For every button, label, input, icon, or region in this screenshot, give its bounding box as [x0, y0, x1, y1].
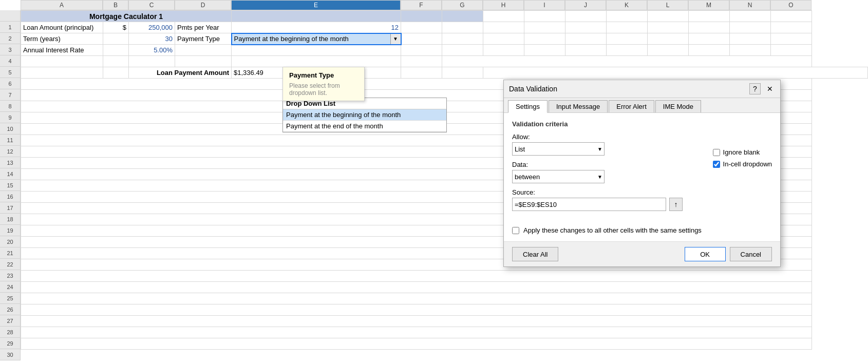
row-num-2: 2: [0, 33, 20, 44]
col-header-k[interactable]: K: [606, 0, 647, 10]
dialog-close-button[interactable]: ✕: [765, 84, 775, 94]
apply-checkbox[interactable]: [512, 227, 519, 234]
row-num-25: 25: [0, 293, 20, 304]
dialog-body: Validation criteria Allow: List ▼: [504, 113, 780, 241]
empty-row-29: [21, 338, 868, 350]
dropdown-item-1[interactable]: Payment at the end of the month: [283, 121, 446, 132]
dropdown-item-0[interactable]: Payment at the beginning of the month: [283, 109, 446, 121]
tooltip-text: Please select from dropdown list.: [289, 82, 358, 97]
row-num-8: 8: [0, 101, 20, 112]
payment-type-value: Payment at the beginning of the month: [234, 35, 349, 43]
row-num-26: 26: [0, 304, 20, 315]
empty-row-28: [21, 327, 868, 338]
row-num-27: 27: [0, 315, 20, 327]
dialog-tabs: Settings Input Message Error Alert IME M…: [504, 98, 780, 113]
col-header-n[interactable]: N: [729, 0, 770, 10]
allow-label: Allow:: [512, 133, 703, 141]
row-num-17: 17: [0, 202, 20, 214]
tooltip-title: Payment Type: [289, 71, 358, 79]
row-num-11: 11: [0, 135, 20, 146]
col-header-b[interactable]: B: [103, 0, 128, 10]
row-num-10: 10: [0, 123, 20, 135]
row-num-23: 23: [0, 270, 20, 281]
tab-error-alert[interactable]: Error Alert: [609, 100, 654, 112]
pmts-label-cell: Pmts per Year: [175, 22, 232, 33]
source-input[interactable]: [512, 198, 666, 211]
dialog-help-button[interactable]: ?: [749, 83, 761, 94]
spreadsheet: A B C D E F G H I J K L M N O 1 2 3 4 5 …: [0, 0, 868, 363]
ok-button[interactable]: OK: [685, 247, 726, 261]
row-num-5: 5: [0, 67, 20, 78]
term-row: Term (years) 30 Payment Type Payment at …: [21, 33, 868, 45]
payment-type-dropdown-arrow[interactable]: ▼: [390, 34, 401, 44]
apply-row: Apply these changes to all other cells w…: [512, 226, 772, 234]
row-num-30: 30: [0, 349, 20, 360]
clear-all-button[interactable]: Clear All: [512, 247, 558, 261]
row-num-19: 19: [0, 225, 20, 236]
col-header-i[interactable]: I: [524, 0, 565, 10]
row-num-14: 14: [0, 168, 20, 180]
tab-settings[interactable]: Settings: [508, 100, 548, 113]
ignore-blank-checkbox[interactable]: [713, 149, 720, 156]
term-value-cell[interactable]: 30: [129, 33, 175, 45]
interest-label-cell: Annual Interest Rate: [21, 45, 103, 56]
data-select-wrapper: between ▼: [512, 170, 605, 183]
col-header-l[interactable]: L: [647, 0, 688, 10]
col-header-g[interactable]: G: [442, 0, 483, 10]
row-num-3: 3: [0, 44, 20, 55]
dialog-controls: ? ✕: [749, 83, 775, 94]
payment-type-label-cell: Payment Type: [175, 33, 232, 45]
footer-right: OK Cancel: [685, 247, 772, 261]
row-num-title: [0, 10, 20, 22]
empty-row-23: [21, 271, 868, 282]
title-f: [401, 11, 442, 22]
data-select[interactable]: between: [512, 170, 605, 183]
row-num-16: 16: [0, 191, 20, 202]
row-num-24: 24: [0, 281, 20, 293]
empty-row-27: [21, 316, 868, 327]
term-label-cell: Term (years): [21, 33, 103, 45]
col-header-d[interactable]: D: [175, 0, 231, 10]
empty-row-24: [21, 282, 868, 293]
interest-value-cell[interactable]: 5.00%: [129, 45, 175, 56]
col-header-e[interactable]: E: [231, 0, 401, 10]
col-header-o[interactable]: O: [770, 0, 812, 10]
in-cell-dropdown-label: In-cell dropdown: [713, 160, 772, 168]
loan-payment-row: Loan Payment Amount $1,336.49: [21, 67, 868, 79]
ignore-blank-label: Ignore blank: [713, 148, 772, 156]
data-validation-dialog: Data Validation ? ✕ Settings Input Messa…: [503, 80, 781, 267]
tab-ime-mode[interactable]: IME Mode: [655, 100, 701, 112]
loan-label-cell: Loan Amount (principal): [21, 22, 103, 33]
col-header-a[interactable]: A: [21, 0, 103, 10]
in-cell-dropdown-text: In-cell dropdown: [723, 160, 772, 168]
cancel-button[interactable]: Cancel: [730, 247, 772, 261]
row-num-18: 18: [0, 214, 20, 225]
row-num-20: 20: [0, 236, 20, 247]
row-num-21: 21: [0, 247, 20, 259]
col-header-m[interactable]: M: [688, 0, 729, 10]
tab-input-message[interactable]: Input Message: [549, 100, 608, 112]
row-num-9: 9: [0, 112, 20, 123]
title-row: Mortgage Caculator 1: [21, 11, 868, 22]
col-header-h[interactable]: H: [483, 0, 524, 10]
spreadsheet-title: Mortgage Caculator 1: [21, 11, 232, 22]
row-num-1: 1: [0, 22, 20, 33]
row-num-22: 22: [0, 259, 20, 270]
loan-dollar-cell: $: [103, 22, 129, 33]
apply-label: Apply these changes to all other cells w…: [523, 226, 702, 234]
row-num-13: 13: [0, 157, 20, 168]
allow-select[interactable]: List: [512, 142, 605, 156]
row-num-28: 28: [0, 327, 20, 338]
loan-value-cell[interactable]: 250,000: [129, 22, 175, 33]
col-header-c[interactable]: C: [128, 0, 175, 10]
row-num-4: 4: [0, 55, 20, 67]
col-header-f[interactable]: F: [401, 0, 442, 10]
in-cell-dropdown-checkbox[interactable]: [713, 161, 720, 168]
dialog-footer: Clear All OK Cancel: [504, 241, 780, 266]
payment-type-value-cell[interactable]: Payment at the beginning of the month ▼: [232, 33, 401, 45]
title-e: [232, 11, 401, 22]
source-expand-button[interactable]: ↑: [669, 198, 683, 211]
col-header-j[interactable]: J: [565, 0, 606, 10]
dropdown-popup: Drop Down List Payment at the beginning …: [282, 98, 447, 132]
dialog-titlebar: Data Validation ? ✕: [504, 80, 780, 98]
